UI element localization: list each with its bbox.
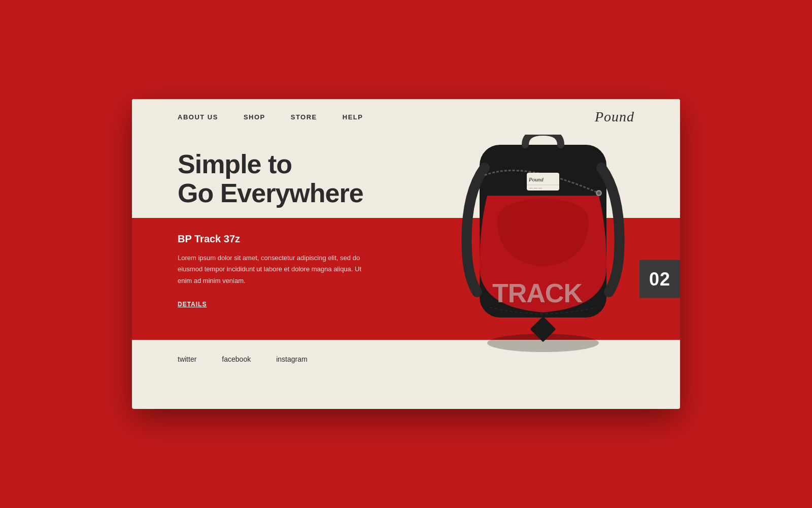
social-twitter[interactable]: twitter: [178, 355, 196, 363]
hero-line2: Go Everywhere: [178, 178, 363, 208]
nav-links: ABOUT US SHOP STORE HELP: [178, 113, 363, 121]
backpack-image: TRACK Pound — — —: [436, 135, 650, 358]
nav-about-us[interactable]: ABOUT US: [178, 113, 218, 121]
social-instagram[interactable]: instagram: [276, 355, 307, 363]
svg-point-9: [597, 192, 600, 195]
details-link[interactable]: DETAILS: [178, 301, 207, 308]
nav-shop[interactable]: SHOP: [244, 113, 265, 121]
hero-line1: Simple to: [178, 149, 292, 179]
social-links: twitter facebook instagram: [178, 355, 308, 363]
nav-help[interactable]: HELP: [343, 113, 363, 121]
main-card: ABOUT US SHOP STORE HELP Pound Simple to…: [132, 99, 680, 409]
navbar: ABOUT US SHOP STORE HELP Pound: [132, 99, 680, 135]
svg-text:— — —: — — —: [529, 186, 542, 189]
social-facebook[interactable]: facebook: [222, 355, 251, 363]
brand-logo: Pound: [595, 109, 634, 125]
svg-text:Pound: Pound: [528, 176, 544, 182]
nav-store[interactable]: STORE: [291, 113, 317, 121]
svg-text:TRACK: TRACK: [492, 278, 583, 308]
main-content: Simple to Go Everywhere BP Track 37z Lor…: [132, 135, 680, 409]
product-description: Lorem ipsum dolor sit amet, consectetur …: [178, 252, 370, 286]
